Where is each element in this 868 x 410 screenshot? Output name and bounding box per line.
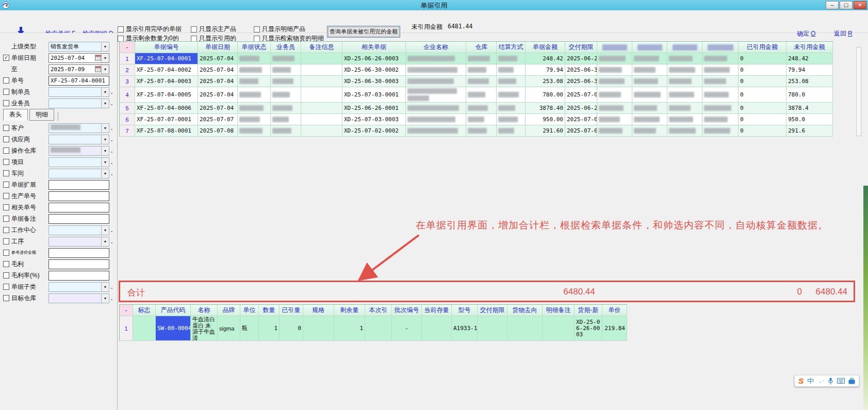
main-table-cell[interactable]: XD-25-06-30-0003 bbox=[342, 76, 406, 87]
main-table-cell[interactable] bbox=[406, 76, 466, 87]
confirm-link[interactable]: 确定O bbox=[797, 29, 815, 38]
main-table-cell[interactable] bbox=[702, 64, 739, 76]
chevron-down-icon[interactable]: ▼ bbox=[101, 124, 109, 133]
detail-table-cell[interactable] bbox=[365, 316, 392, 341]
main-table-cell[interactable]: XF-25-07-08-0001 bbox=[135, 125, 198, 137]
browse-button[interactable]: . bbox=[111, 88, 112, 95]
chevron-down-icon[interactable]: ▼ bbox=[101, 99, 109, 108]
maximize-button[interactable]: ▢ bbox=[840, 1, 853, 9]
main-table-cell[interactable]: XF-25-07-07-0001 bbox=[135, 114, 198, 125]
detail-table-cell[interactable] bbox=[422, 316, 452, 341]
main-table-cell[interactable] bbox=[271, 114, 301, 125]
main-table-cell[interactable] bbox=[238, 53, 271, 64]
tab-header[interactable]: 表头 bbox=[3, 109, 28, 121]
main-table-cell[interactable]: 2025-07-08 bbox=[198, 125, 238, 137]
main-table-cell[interactable]: 248.42 bbox=[526, 53, 565, 64]
main-table-cell[interactable] bbox=[597, 125, 632, 137]
detail-table-cell[interactable]: A1933-1G bbox=[452, 316, 478, 341]
main-table-cell[interactable]: XD-25-07-02-0002 bbox=[342, 125, 406, 137]
checkbox-box[interactable] bbox=[254, 36, 260, 42]
main-table-row[interactable]: 6XF-25-07-07-00012025-07-07XD-25-07-03-0… bbox=[120, 114, 833, 125]
checkbox-box[interactable] bbox=[191, 26, 197, 32]
main-table-cell[interactable] bbox=[632, 125, 667, 137]
main-table-cell[interactable]: 5 bbox=[120, 103, 135, 114]
main-table-cell[interactable] bbox=[406, 64, 466, 76]
detail-table-header-cell[interactable]: 型号 bbox=[452, 305, 478, 316]
main-table-cell[interactable] bbox=[667, 53, 702, 64]
main-table-cell[interactable]: 291.6 bbox=[787, 125, 833, 137]
main-table-cell[interactable]: 3878.40 bbox=[526, 103, 565, 114]
field-select[interactable]: ▼ bbox=[48, 237, 109, 247]
main-table-header-cell[interactable] bbox=[597, 42, 632, 53]
detail-table-cell[interactable] bbox=[543, 316, 575, 341]
main-table-cell[interactable] bbox=[632, 76, 667, 87]
main-table-cell[interactable]: XF-25-07-04-0003 bbox=[135, 76, 198, 87]
main-table-cell[interactable]: 2025-07-07 bbox=[198, 114, 238, 125]
main-table-cell[interactable] bbox=[632, 64, 667, 76]
field-input[interactable] bbox=[48, 214, 109, 224]
chevron-down-icon[interactable]: ▼ bbox=[101, 42, 109, 51]
main-table-cell[interactable] bbox=[466, 64, 497, 76]
main-table-header-cell[interactable] bbox=[702, 42, 739, 53]
browse-button[interactable]: . bbox=[111, 158, 112, 166]
main-table-cell[interactable]: 291.60 bbox=[526, 125, 565, 137]
detail-table-cell[interactable]: 1 bbox=[120, 316, 133, 341]
main-table-cell[interactable]: XF-25-07-04-0006 bbox=[135, 103, 198, 114]
main-table-cell[interactable] bbox=[238, 103, 271, 114]
main-table-cell[interactable] bbox=[597, 53, 632, 64]
back-link[interactable]: 返回R bbox=[834, 29, 853, 38]
main-table-cell[interactable]: 0 bbox=[739, 76, 787, 87]
browse-button[interactable]: . bbox=[111, 238, 112, 245]
main-table-cell[interactable]: 1 bbox=[120, 53, 135, 64]
field-select[interactable]: ▼ bbox=[48, 146, 109, 156]
main-table-header-cell[interactable]: 业务员 bbox=[271, 42, 301, 53]
detail-table-cell[interactable]: 1 bbox=[334, 316, 365, 341]
field-checkbox[interactable]: ✓ bbox=[3, 55, 9, 61]
detail-table-header-cell[interactable]: 名称 bbox=[191, 305, 218, 316]
main-table-cell[interactable] bbox=[238, 125, 271, 137]
main-table-cell[interactable] bbox=[632, 103, 667, 114]
main-table-cell[interactable]: 2025-07-03 bbox=[565, 114, 597, 125]
chevron-down-icon[interactable]: ▼ bbox=[101, 158, 109, 167]
main-table-cell[interactable]: 950.0 bbox=[787, 114, 833, 125]
close-button[interactable]: ✕ bbox=[854, 1, 866, 9]
detail-table-header-cell[interactable]: 交付期限 bbox=[478, 305, 507, 316]
main-table-cell[interactable]: 950.00 bbox=[526, 114, 565, 125]
main-table-cell[interactable] bbox=[406, 53, 466, 64]
keyboard-icon[interactable] bbox=[837, 378, 845, 384]
main-table-header-cell[interactable]: 未引用金额 bbox=[787, 42, 833, 53]
main-table-cell[interactable] bbox=[597, 114, 632, 125]
main-table-cell[interactable]: 253.08 bbox=[787, 76, 833, 87]
main-table-cell[interactable] bbox=[597, 76, 632, 87]
main-table-cell[interactable] bbox=[702, 76, 739, 87]
main-table-cell[interactable] bbox=[466, 87, 497, 103]
main-table-cell[interactable]: 79.94 bbox=[787, 64, 833, 76]
main-table-cell[interactable]: 2025-06-30 bbox=[565, 76, 597, 87]
field-checkbox[interactable] bbox=[3, 125, 9, 131]
main-table-cell[interactable] bbox=[301, 53, 342, 64]
main-table-cell[interactable] bbox=[238, 76, 271, 87]
main-table-cell[interactable] bbox=[301, 76, 342, 87]
main-table-cell[interactable] bbox=[497, 103, 526, 114]
field-select[interactable]: ▼ bbox=[48, 135, 109, 144]
detail-table-header-cell[interactable]: 品牌 bbox=[218, 305, 240, 316]
browse-button[interactable]: . bbox=[111, 147, 112, 154]
detail-table-cell[interactable] bbox=[303, 316, 334, 341]
main-table-header-cell[interactable]: 备注信息 bbox=[301, 42, 342, 53]
field-select[interactable]: ▼ bbox=[48, 293, 109, 303]
detail-table-header-cell[interactable]: 本次引 bbox=[365, 305, 392, 316]
detail-table-header-cell[interactable]: 单价 bbox=[602, 305, 627, 316]
detail-table-cell[interactable] bbox=[507, 316, 543, 341]
chevron-down-icon[interactable]: ▼ bbox=[101, 226, 109, 235]
chinese-mode-icon[interactable]: 中 bbox=[807, 376, 814, 386]
main-table-cell[interactable] bbox=[702, 53, 739, 64]
checkbox-box[interactable] bbox=[254, 26, 260, 32]
main-table-cell[interactable]: 0 bbox=[739, 125, 787, 137]
main-table-cell[interactable] bbox=[238, 87, 271, 103]
detail-table-cell[interactable] bbox=[478, 316, 507, 341]
chevron-down-icon[interactable]: ▼ bbox=[101, 146, 109, 155]
field-checkbox[interactable] bbox=[3, 295, 9, 301]
main-table-cell[interactable]: 0 bbox=[739, 87, 787, 103]
detail-table-header-cell[interactable]: 货物去向 bbox=[507, 305, 543, 316]
main-table-cell[interactable]: 2025-07-04 bbox=[198, 87, 238, 103]
